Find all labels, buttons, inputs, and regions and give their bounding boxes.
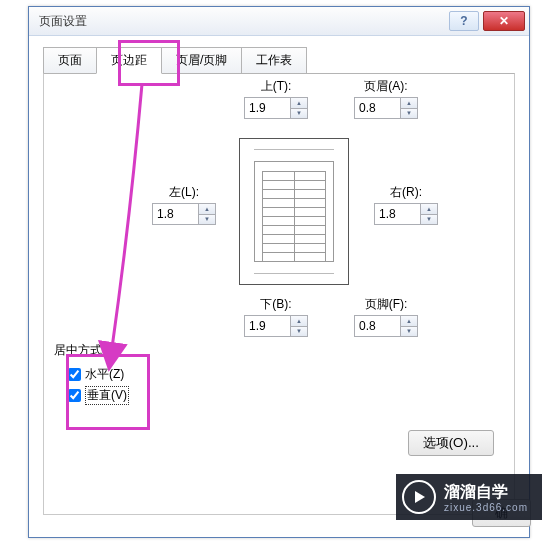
margin-bottom-spinner[interactable]: ▲ ▼ bbox=[244, 315, 308, 337]
spin-buttons[interactable]: ▲ ▼ bbox=[400, 97, 418, 119]
margin-right-input[interactable] bbox=[374, 203, 420, 225]
tab-row: 页面 页边距 页眉/页脚 工作表 bbox=[29, 36, 529, 73]
tab-header-footer[interactable]: 页眉/页脚 bbox=[161, 47, 242, 74]
spin-buttons[interactable]: ▲ ▼ bbox=[290, 315, 308, 337]
margin-header-spinner[interactable]: ▲ ▼ bbox=[354, 97, 418, 119]
spin-down-icon[interactable]: ▼ bbox=[401, 109, 417, 119]
watermark-sub: zixue.3d66.com bbox=[444, 503, 528, 513]
spin-buttons[interactable]: ▲ ▼ bbox=[198, 203, 216, 225]
center-group-title: 居中方式 bbox=[54, 342, 129, 359]
play-icon bbox=[402, 480, 436, 514]
center-horizontal-label: 水平(Z) bbox=[85, 366, 124, 383]
margin-top-spinner[interactable]: ▲ ▼ bbox=[244, 97, 308, 119]
options-button[interactable]: 选项(O)... bbox=[408, 430, 494, 456]
spin-buttons[interactable]: ▲ ▼ bbox=[400, 315, 418, 337]
watermark: 溜溜自学 zixue.3d66.com bbox=[396, 474, 542, 520]
margin-header-input[interactable] bbox=[354, 97, 400, 119]
spin-down-icon[interactable]: ▼ bbox=[291, 327, 307, 337]
margin-left-input[interactable] bbox=[152, 203, 198, 225]
margin-top-input[interactable] bbox=[244, 97, 290, 119]
margin-left-label: 左(L): bbox=[152, 184, 216, 201]
titlebar: 页面设置 ? ✕ bbox=[29, 7, 529, 36]
page-setup-dialog: 页面设置 ? ✕ 页面 页边距 页眉/页脚 工作表 上(T): ▲ ▼ 页眉(A… bbox=[28, 6, 530, 538]
tab-content: 上(T): ▲ ▼ 页眉(A): ▲ ▼ 左(L): bbox=[43, 73, 515, 515]
margin-left-spinner[interactable]: ▲ ▼ bbox=[152, 203, 216, 225]
spin-buttons[interactable]: ▲ ▼ bbox=[420, 203, 438, 225]
center-vertical-checkbox[interactable] bbox=[68, 389, 81, 402]
spin-buttons[interactable]: ▲ ▼ bbox=[290, 97, 308, 119]
spin-up-icon[interactable]: ▲ bbox=[421, 204, 437, 215]
margin-bottom-label: 下(B): bbox=[244, 296, 308, 313]
margin-top-group: 上(T): ▲ ▼ bbox=[244, 78, 308, 119]
watermark-main: 溜溜自学 bbox=[444, 483, 508, 500]
margin-right-label: 右(R): bbox=[374, 184, 438, 201]
margin-footer-group: 页脚(F): ▲ ▼ bbox=[354, 296, 418, 337]
spin-down-icon[interactable]: ▼ bbox=[421, 215, 437, 225]
center-horizontal-row[interactable]: 水平(Z) bbox=[64, 365, 129, 384]
margin-right-group: 右(R): ▲ ▼ bbox=[374, 184, 438, 225]
spin-down-icon[interactable]: ▼ bbox=[199, 215, 215, 225]
page-preview bbox=[239, 138, 349, 285]
spin-up-icon[interactable]: ▲ bbox=[291, 98, 307, 109]
margin-top-label: 上(T): bbox=[244, 78, 308, 95]
margin-header-label: 页眉(A): bbox=[354, 78, 418, 95]
spin-up-icon[interactable]: ▲ bbox=[401, 316, 417, 327]
close-button[interactable]: ✕ bbox=[483, 11, 525, 31]
margin-footer-input[interactable] bbox=[354, 315, 400, 337]
center-group: 居中方式 水平(Z) 垂直(V) bbox=[54, 342, 129, 407]
tab-page[interactable]: 页面 bbox=[43, 47, 97, 74]
spin-down-icon[interactable]: ▼ bbox=[401, 327, 417, 337]
center-vertical-row[interactable]: 垂直(V) bbox=[64, 386, 129, 405]
margin-footer-spinner[interactable]: ▲ ▼ bbox=[354, 315, 418, 337]
margin-bottom-input[interactable] bbox=[244, 315, 290, 337]
help-button[interactable]: ? bbox=[449, 11, 479, 31]
center-vertical-label: 垂直(V) bbox=[85, 386, 129, 405]
spin-up-icon[interactable]: ▲ bbox=[199, 204, 215, 215]
margin-left-group: 左(L): ▲ ▼ bbox=[152, 184, 216, 225]
tab-sheet[interactable]: 工作表 bbox=[241, 47, 307, 74]
margin-bottom-group: 下(B): ▲ ▼ bbox=[244, 296, 308, 337]
tab-margins[interactable]: 页边距 bbox=[96, 47, 162, 74]
margin-right-spinner[interactable]: ▲ ▼ bbox=[374, 203, 438, 225]
margin-footer-label: 页脚(F): bbox=[354, 296, 418, 313]
spin-up-icon[interactable]: ▲ bbox=[291, 316, 307, 327]
margin-header-group: 页眉(A): ▲ ▼ bbox=[354, 78, 418, 119]
spin-up-icon[interactable]: ▲ bbox=[401, 98, 417, 109]
dialog-title: 页面设置 bbox=[39, 13, 449, 30]
center-horizontal-checkbox[interactable] bbox=[68, 368, 81, 381]
spin-down-icon[interactable]: ▼ bbox=[291, 109, 307, 119]
